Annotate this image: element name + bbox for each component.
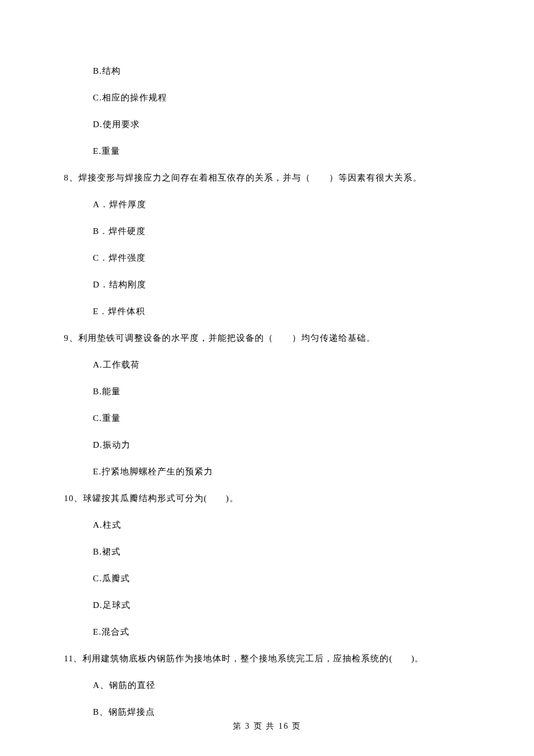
q8-option-e: E．焊件体积: [93, 304, 470, 318]
q9-stem: 9、利用垫铁可调整设备的水平度，并能把设备的（ ）均匀传递给基础。: [64, 331, 470, 345]
q9-option-b: B.能量: [93, 384, 470, 398]
q9-option-e: E.拧紧地脚螺栓产生的预紧力: [93, 465, 470, 478]
q10-option-e: E.混合式: [93, 625, 470, 639]
q7-option-b: B.结构: [93, 64, 470, 78]
q8-stem: 8、焊接变形与焊接应力之间存在着相互依存的关系，并与（ ）等因素有很大关系。: [64, 171, 470, 185]
q10-option-c: C.瓜瓣式: [93, 571, 470, 585]
q7-option-d: D.使用要求: [93, 117, 470, 131]
q8-option-a: A．焊件厚度: [93, 197, 470, 211]
q10-option-d: D.足球式: [93, 598, 470, 612]
q8-option-c: C．焊件强度: [93, 251, 470, 265]
q9-option-a: A.工作载荷: [93, 358, 470, 372]
q7-option-c: C.相应的操作规程: [93, 91, 470, 105]
page-footer: 第 3 页 共 16 页: [0, 720, 534, 733]
q10-option-a: A.柱式: [93, 518, 470, 532]
q9-option-d: D.振动力: [93, 438, 470, 452]
q8-option-d: D．结构刚度: [93, 278, 470, 291]
q11-stem: 11、利用建筑物底板内钢筋作为接地体时，整个接地系统完工后，应抽检系统的( )。: [64, 651, 470, 665]
q7-option-e: E.重量: [93, 144, 470, 158]
q8-option-b: B．焊件硬度: [93, 224, 470, 238]
q10-stem: 10、球罐按其瓜瓣结构形式可分为( )。: [64, 491, 470, 505]
q11-option-b: B、钢筋焊接点: [93, 705, 470, 719]
q10-option-b: B.裙式: [93, 545, 470, 559]
q9-option-c: C.重量: [93, 411, 470, 425]
document-page: B.结构 C.相应的操作规程 D.使用要求 E.重量 8、焊接变形与焊接应力之间…: [0, 0, 534, 719]
q11-option-a: A、钢筋的直径: [93, 678, 470, 692]
